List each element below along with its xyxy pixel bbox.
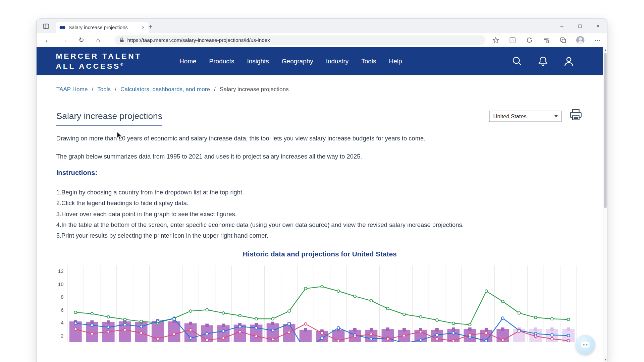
extension-n-icon[interactable]: n [509, 36, 516, 44]
mercer-favicon [59, 25, 66, 30]
svg-text:12: 12 [58, 268, 64, 274]
scrollbar-thumb[interactable] [604, 53, 606, 208]
instruction-item: 2.Click the legend headings to hide disp… [56, 198, 464, 209]
nav-item-products[interactable]: Products [209, 57, 234, 65]
account-person-icon[interactable] [564, 56, 574, 67]
nav-item-geography[interactable]: Geography [282, 57, 313, 65]
breadcrumb-separator: / [214, 86, 216, 93]
svg-text:8: 8 [61, 294, 64, 300]
country-select[interactable]: United States [489, 111, 562, 122]
tab-close-icon[interactable]: × [141, 24, 145, 30]
print-button[interactable] [569, 109, 582, 121]
back-icon[interactable]: ← [42, 36, 53, 44]
browser-tab-active[interactable]: Salary increase projections × [56, 22, 149, 33]
maximize-icon[interactable]: □ [571, 19, 589, 33]
breadcrumb-link-taap-home[interactable]: TAAP Home [56, 86, 88, 93]
settings-more-icon[interactable]: ⋯ [594, 36, 601, 44]
page-title: Salary increase projections [56, 111, 162, 126]
favorites-star-icon[interactable] [492, 36, 499, 44]
breadcrumb-separator: / [115, 86, 116, 93]
browser-toolbar: ← → ↻ ⌂ https://taap.mercer.com/salary-i… [37, 33, 607, 47]
browser-window: Salary increase projections × + – □ × ← … [36, 18, 607, 362]
collections-icon[interactable] [543, 36, 550, 44]
intro-paragraph-2: The graph below summarizes data from 199… [56, 153, 362, 160]
instruction-item: 3.Hover over each data point in the grap… [56, 209, 464, 220]
breadcrumb-separator: / [92, 86, 94, 93]
forward-icon[interactable]: → [59, 36, 70, 44]
lock-icon [119, 37, 124, 43]
nav-item-insights[interactable]: Insights [247, 57, 269, 65]
svg-text:n: n [512, 38, 514, 42]
reload-icon[interactable]: ↻ [76, 36, 87, 44]
nav-item-industry[interactable]: Industry [326, 57, 349, 65]
breadcrumb-link-calculators[interactable]: Calculators, dashboards, and more [120, 86, 210, 93]
chart-title: Historic data and projections for United… [37, 250, 603, 258]
tab-layout-icon [43, 23, 49, 30]
search-icon[interactable] [512, 56, 523, 67]
breadcrumb-current: Salary increase projections [220, 86, 289, 93]
logo-registered-mark: ® [120, 63, 123, 67]
logo-line2: ALL ACCESS [56, 62, 120, 70]
svg-text:2: 2 [61, 333, 64, 339]
nav-item-home[interactable]: Home [179, 57, 197, 65]
breadcrumb: TAAP Home / Tools / Calculators, dashboa… [56, 86, 289, 93]
browser-tabstrip: Salary increase projections × + – □ × [37, 19, 607, 33]
instructions-list: 1.Begin by choosing a country from the d… [56, 187, 464, 241]
url-text: https://taap.mercer.com/salary-increase-… [127, 37, 270, 43]
tab-actions-button[interactable] [42, 22, 50, 30]
chat-assistant-button[interactable] [576, 335, 595, 355]
notifications-bell-icon[interactable] [538, 56, 548, 67]
home-icon[interactable]: ⌂ [93, 36, 104, 44]
close-icon[interactable]: × [589, 19, 607, 33]
nav-item-help[interactable]: Help [389, 57, 402, 65]
main-menu: Home Products Insights Geography Industr… [179, 57, 402, 65]
scroll-down-icon[interactable]: ▼ [603, 358, 607, 361]
instruction-item: 5.Print your results by selecting the pr… [56, 230, 464, 241]
browser-essentials-icon[interactable] [559, 36, 567, 44]
nav-item-tools[interactable]: Tools [361, 57, 376, 65]
chat-bot-icon [580, 340, 590, 349]
sync-extension-icon[interactable] [526, 36, 533, 44]
header-icon-group [512, 56, 574, 67]
svg-text:4: 4 [61, 320, 64, 325]
svg-text:6: 6 [61, 307, 64, 313]
site-header: MERCER TALENT ALL ACCESS® Home Products … [37, 47, 607, 75]
screen: Salary increase projections × + – □ × ← … [0, 0, 644, 362]
intro-paragraph-1: Drawing on more than 20 years of economi… [56, 135, 426, 142]
breadcrumb-link-tools[interactable]: Tools [97, 86, 111, 93]
svg-text:10: 10 [58, 281, 64, 287]
instruction-item: 1.Begin by choosing a country from the d… [56, 187, 464, 198]
address-bar[interactable]: https://taap.mercer.com/salary-increase-… [115, 35, 486, 45]
mercer-taap-logo[interactable]: MERCER TALENT ALL ACCESS® [56, 52, 142, 70]
toolbar-icon-group: n ⋯ [492, 36, 601, 44]
scroll-up-icon[interactable]: ▲ [603, 48, 607, 51]
page-viewport: MERCER TALENT ALL ACCESS® Home Products … [37, 47, 607, 362]
minimize-icon[interactable]: – [553, 19, 571, 33]
instructions-heading: Instructions: [56, 169, 97, 176]
logo-line1: MERCER TALENT [56, 52, 142, 61]
window-controls: – □ × [553, 19, 607, 33]
new-tab-button[interactable]: + [148, 22, 152, 32]
browser-profile-avatar[interactable] [576, 36, 584, 44]
page-scrollbar[interactable]: ▲ ▼ [603, 47, 607, 362]
tab-title: Salary increase projections [68, 24, 138, 30]
country-select-value: United States [493, 113, 527, 119]
instruction-item: 4.In the table at the bottom of the scre… [56, 220, 464, 230]
chevron-down-icon [554, 115, 558, 117]
salary-projection-chart[interactable]: 24681012 [54, 265, 579, 342]
